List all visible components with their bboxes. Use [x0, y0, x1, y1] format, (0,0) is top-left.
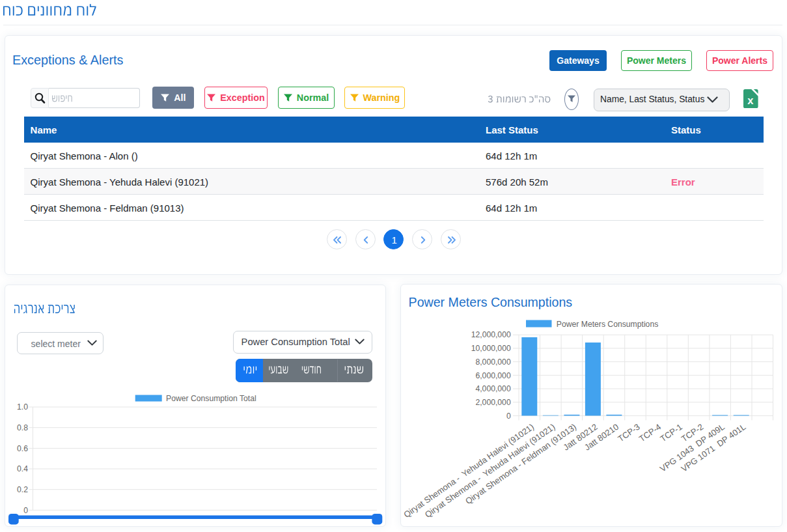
svg-text:x: x	[747, 94, 754, 106]
svg-text:0.8: 0.8	[17, 423, 28, 432]
svg-text:TCP-3: TCP-3	[616, 422, 641, 444]
svg-text:Power Consumption Total: Power Consumption Total	[166, 394, 256, 403]
svg-text:2,000,000: 2,000,000	[475, 398, 510, 407]
svg-text:10,000,000: 10,000,000	[471, 344, 511, 353]
svg-text:0.2: 0.2	[17, 485, 28, 494]
svg-text:Qiryat Shemona - Yehuda Halev: Qiryat Shemona - Yehuda Halevi (91021)	[423, 422, 557, 520]
svg-text:0.6: 0.6	[17, 444, 28, 453]
svg-text:TCP-1: TCP-1	[658, 422, 683, 444]
svg-text:0.4: 0.4	[17, 464, 28, 473]
svg-text:Power Meters Consumptions: Power Meters Consumptions	[557, 320, 658, 329]
svg-text:1.0: 1.0	[17, 402, 28, 412]
svg-text:4,000,000: 4,000,000	[475, 384, 510, 393]
svg-text:6,000,000: 6,000,000	[475, 371, 510, 380]
svg-text:0: 0	[23, 506, 28, 515]
svg-text:TCP-4: TCP-4	[637, 422, 663, 444]
svg-text:0: 0	[506, 412, 511, 421]
svg-text:8,000,000: 8,000,000	[475, 357, 510, 367]
svg-text:12,000,000: 12,000,000	[471, 330, 511, 339]
